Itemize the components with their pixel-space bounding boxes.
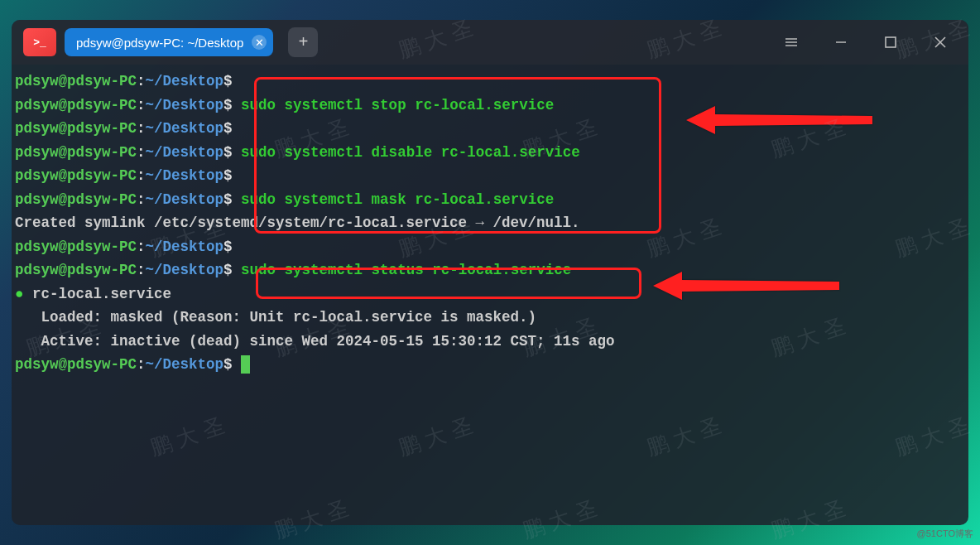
- menu-icon[interactable]: [783, 34, 800, 51]
- output-line: ● rc-local.service: [15, 282, 965, 306]
- window-close-icon[interactable]: [932, 34, 949, 51]
- maximize-icon[interactable]: [882, 34, 899, 51]
- terminal-window: >_ pdsyw@pdsyw-PC: ~/Desktop ✕ + pdsyw@p…: [12, 20, 968, 525]
- prompt-line: pdsyw@pdsyw-PC:~/Desktop$: [15, 70, 965, 94]
- tab-title: pdsyw@pdsyw-PC: ~/Desktop: [76, 36, 243, 50]
- new-tab-button[interactable]: +: [288, 27, 318, 57]
- prompt-line: pdsyw@pdsyw-PC:~/Desktop$: [15, 164, 965, 188]
- output-line: Loaded: masked (Reason: Unit rc-local.se…: [15, 306, 965, 330]
- prompt-line: pdsyw@pdsyw-PC:~/Desktop$ sudo systemctl…: [15, 258, 965, 282]
- prompt-line: pdsyw@pdsyw-PC:~/Desktop$: [15, 353, 965, 377]
- prompt-line: pdsyw@pdsyw-PC:~/Desktop$: [15, 117, 965, 141]
- prompt-line: pdsyw@pdsyw-PC:~/Desktop$ sudo systemctl…: [15, 188, 965, 212]
- tab-active[interactable]: pdsyw@pdsyw-PC: ~/Desktop ✕: [65, 28, 273, 56]
- output-line: Created symlink /etc/systemd/system/rc-l…: [15, 211, 965, 235]
- terminal-output-area[interactable]: pdsyw@pdsyw-PC:~/Desktop$ pdsyw@pdsyw-PC…: [12, 65, 968, 382]
- cursor: [241, 355, 250, 374]
- credit-text: @51CTO博客: [917, 528, 973, 540]
- output-line: Active: inactive (dead) since Wed 2024-0…: [15, 330, 965, 354]
- minimize-icon[interactable]: [833, 34, 849, 51]
- window-controls: [783, 34, 949, 51]
- svg-rect-4: [886, 37, 896, 47]
- prompt-line: pdsyw@pdsyw-PC:~/Desktop$ sudo systemctl…: [15, 94, 965, 118]
- close-icon[interactable]: ✕: [252, 35, 267, 50]
- titlebar: >_ pdsyw@pdsyw-PC: ~/Desktop ✕ +: [12, 20, 968, 65]
- terminal-app-icon[interactable]: >_: [23, 28, 56, 56]
- prompt-line: pdsyw@pdsyw-PC:~/Desktop$ sudo systemctl…: [15, 141, 965, 165]
- prompt-line: pdsyw@pdsyw-PC:~/Desktop$: [15, 235, 965, 259]
